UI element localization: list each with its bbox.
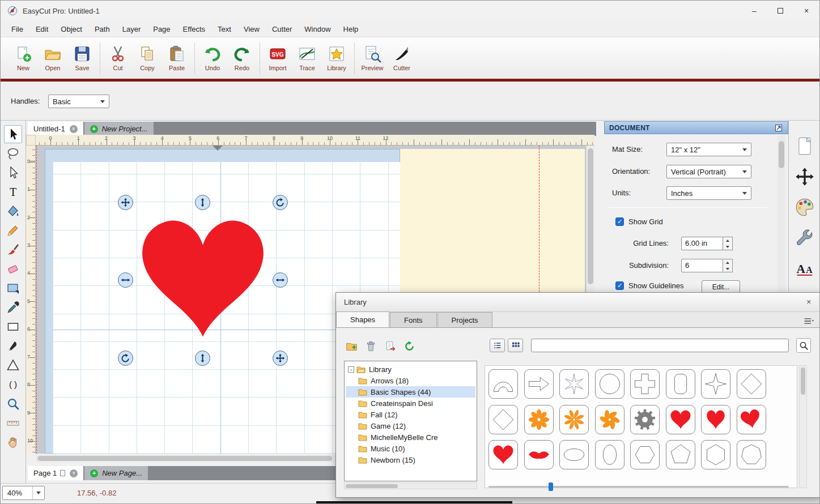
shape-rounded-rectangle[interactable] (666, 369, 695, 399)
list-view-button[interactable] (490, 339, 505, 352)
tree-item-music-10[interactable]: Music (10) (346, 443, 475, 454)
shape-arch[interactable] (488, 369, 518, 399)
tree-item-michellemybelle-cre[interactable]: MichelleMyBelle Cre (346, 432, 475, 443)
menu-help[interactable]: Help (337, 21, 365, 37)
menu-file[interactable]: File (5, 21, 29, 37)
orientation-select[interactable]: Vertical (Portrait) (666, 165, 751, 178)
eraser-tool[interactable] (4, 260, 22, 278)
grid-lines-input[interactable]: 6.00 in (681, 237, 723, 250)
close-tab-icon[interactable]: × (70, 125, 78, 133)
close-page-icon[interactable]: × (70, 469, 78, 477)
scrollbar-thumb[interactable] (779, 141, 784, 168)
library-titlebar[interactable]: Library × (336, 293, 820, 312)
scrollbar-thumb[interactable] (346, 484, 398, 488)
close-button[interactable]: × (793, 1, 819, 21)
spin-up-icon[interactable] (723, 237, 732, 244)
tab-new-page[interactable]: + New Page... (84, 466, 148, 480)
menu-object[interactable]: Object (54, 21, 88, 37)
shapes-tool[interactable] (4, 279, 22, 297)
shape-heart-1[interactable] (666, 405, 695, 434)
open-button[interactable]: Open (38, 40, 67, 76)
zoom-select[interactable]: 40% (2, 486, 45, 500)
shape-heart-3[interactable] (737, 405, 766, 434)
units-select[interactable]: Inches (666, 186, 751, 200)
shape-oval[interactable] (595, 440, 624, 469)
collapse-icon[interactable]: - (348, 366, 354, 373)
handle-scale-right[interactable] (273, 272, 288, 288)
tree-item-newborn-15[interactable]: Newborn (15) (346, 454, 475, 465)
shape-arrow-right[interactable] (524, 369, 554, 399)
menu-layer[interactable]: Layer (116, 21, 147, 37)
heart-shape[interactable] (135, 212, 270, 344)
brush-tool[interactable] (4, 241, 22, 259)
tab-fonts[interactable]: Fonts (390, 312, 437, 327)
tree-item-arrows-18[interactable]: Arrows (18) (346, 375, 475, 386)
thumbnail-size-slider[interactable] (488, 482, 789, 491)
measure-tool[interactable] (4, 414, 22, 432)
redo-button[interactable]: Redo (227, 40, 257, 76)
text-tool[interactable]: T (4, 183, 22, 201)
subdivision-input[interactable]: 6 (681, 259, 723, 272)
fill-tool[interactable] (4, 202, 22, 220)
tree-item-createinspain-desi[interactable]: Createinspain Desi (346, 398, 475, 409)
handle-scale-left[interactable] (118, 272, 133, 288)
menu-text[interactable]: Text (211, 21, 237, 37)
pencil-tool[interactable] (4, 221, 22, 240)
brackets-tool[interactable]: ( ) (4, 375, 22, 394)
colors-panel-button[interactable] (792, 194, 817, 220)
minimize-button[interactable]: – (741, 1, 767, 21)
menu-effects[interactable]: Effects (177, 21, 212, 37)
polygon-tool[interactable] (4, 356, 22, 374)
shape-flower-3[interactable] (595, 405, 624, 434)
preview-button[interactable]: Preview (358, 40, 387, 76)
library-menu-icon[interactable] (803, 315, 814, 324)
shape-ellipse[interactable] (559, 440, 589, 469)
shape-circle[interactable] (595, 369, 624, 399)
handle-move-top-left[interactable] (118, 195, 133, 210)
show-guidelines-checkbox[interactable]: ✓ (615, 281, 624, 290)
scrollbar-thumb[interactable] (588, 148, 593, 284)
new-button[interactable]: New (9, 40, 38, 76)
shapes-scrollbar[interactable] (799, 365, 807, 488)
spin-down-icon[interactable] (723, 266, 732, 272)
tab-new-project[interactable]: + New Project... (84, 122, 154, 136)
spin-down-icon[interactable] (723, 244, 732, 250)
menu-window[interactable]: Window (298, 21, 337, 37)
cutter-button[interactable]: Cutter (387, 40, 417, 76)
shape-select-tool[interactable] (4, 144, 22, 163)
fonts-panel-button[interactable]: AA (792, 255, 817, 281)
shape-flower-2[interactable] (559, 405, 589, 434)
handle-rotate-bottom-left[interactable] (118, 351, 133, 366)
tree-item-game-12[interactable]: Game (12) (346, 420, 475, 432)
pan-tool[interactable] (4, 433, 22, 451)
slider-thumb[interactable] (549, 482, 553, 491)
tree-scrollbar[interactable] (344, 482, 477, 489)
scrollbar-thumb[interactable] (801, 368, 805, 395)
menu-path[interactable]: Path (88, 21, 116, 37)
shape-gear[interactable] (630, 405, 660, 434)
cut-button[interactable]: Cut (103, 40, 133, 76)
shape-rounded-hexagon[interactable] (630, 440, 660, 469)
tab-projects[interactable]: Projects (437, 312, 492, 327)
document-panel-button[interactable] (792, 133, 817, 159)
eyedropper-tool[interactable] (4, 298, 22, 317)
menu-cutter[interactable]: Cutter (266, 21, 298, 37)
shape-diamond[interactable] (737, 369, 766, 399)
guideline-vertical-left[interactable] (36, 146, 37, 454)
edit-guidelines-button[interactable]: Edit... (702, 280, 740, 293)
shape-pentagon[interactable] (666, 440, 695, 469)
shape-lips[interactable] (524, 440, 554, 469)
mat-size-select[interactable]: 12" x 12" (666, 143, 751, 156)
tab-untitled-1[interactable]: Untitled-1 × (28, 122, 83, 136)
search-button[interactable] (796, 338, 811, 353)
handle-scale-top[interactable] (195, 195, 210, 210)
show-grid-checkbox[interactable]: ✓ (615, 217, 624, 226)
trace-button[interactable]: Trace (292, 40, 322, 76)
save-button[interactable]: Save (67, 40, 97, 76)
grid-view-button[interactable] (508, 339, 523, 352)
menu-view[interactable]: View (237, 21, 266, 37)
shape-asterisk[interactable] (559, 369, 589, 399)
float-panel-icon[interactable] (774, 123, 783, 133)
handle-move-bottom-right[interactable] (273, 351, 288, 366)
tree-item-basic-shapes-44[interactable]: Basic Shapes (44) (346, 386, 475, 398)
